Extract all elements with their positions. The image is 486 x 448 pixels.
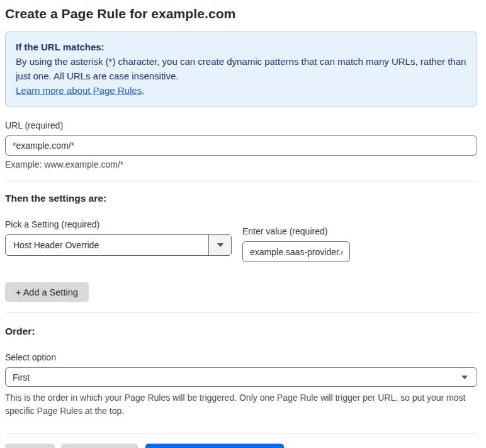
info-box-link-line: Learn more about Page Rules.: [16, 83, 466, 98]
setting-dropdown-arrow-button[interactable]: [208, 235, 231, 255]
settings-heading: Then the settings are:: [5, 193, 477, 204]
url-example-hint: Example: www.example.com/*: [5, 159, 477, 169]
divider: [5, 181, 477, 181]
chevron-down-icon: [461, 376, 468, 379]
setting-dropdown-value: Host Header Override: [6, 235, 208, 255]
order-select-value: First: [13, 372, 30, 382]
enter-value-label: Enter value (required): [242, 226, 350, 236]
page-title: Create a Page Rule for example.com: [5, 6, 477, 21]
page-rule-form: Create a Page Rule for example.com If th…: [0, 0, 486, 448]
order-hint: This is the order in which your Page Rul…: [5, 391, 477, 417]
url-matches-info-box: If the URL matches: By using the asteris…: [5, 32, 477, 106]
url-label: URL (required): [5, 120, 477, 130]
link-suffix: .: [142, 85, 144, 96]
info-box-body: By using the asterisk (*) character, you…: [16, 54, 466, 83]
footer-actions: Cancel Save as Draft Save and Deploy Pag…: [5, 444, 477, 448]
learn-more-link[interactable]: Learn more about Page Rules: [16, 85, 142, 96]
info-box-heading: If the URL matches:: [16, 40, 466, 54]
save-as-draft-button[interactable]: Save as Draft: [61, 444, 138, 448]
cancel-button[interactable]: Cancel: [5, 444, 55, 448]
divider: [5, 312, 477, 313]
setting-value-column: Enter value (required): [242, 226, 350, 262]
order-select[interactable]: First: [5, 367, 477, 387]
chevron-down-icon: [217, 243, 223, 247]
save-and-deploy-button[interactable]: Save and Deploy Page Rule: [145, 444, 284, 448]
setting-dropdown[interactable]: Host Header Override: [5, 234, 232, 256]
order-section: Order: Select option First This is the o…: [5, 326, 477, 434]
url-section: URL (required) Example: www.example.com/…: [5, 120, 477, 181]
order-heading: Order:: [5, 326, 477, 337]
setting-value-input[interactable]: [242, 241, 350, 262]
select-option-label: Select option: [5, 352, 477, 362]
settings-row: Pick a Setting (required) Host Header Ov…: [5, 219, 477, 262]
divider: [5, 434, 477, 434]
url-input[interactable]: [5, 135, 477, 156]
add-setting-button[interactable]: + Add a Setting: [5, 282, 89, 302]
pick-setting-label: Pick a Setting (required): [5, 219, 232, 229]
settings-section: Then the settings are: Pick a Setting (r…: [5, 193, 477, 313]
setting-picker-column: Pick a Setting (required) Host Header Ov…: [5, 219, 232, 262]
